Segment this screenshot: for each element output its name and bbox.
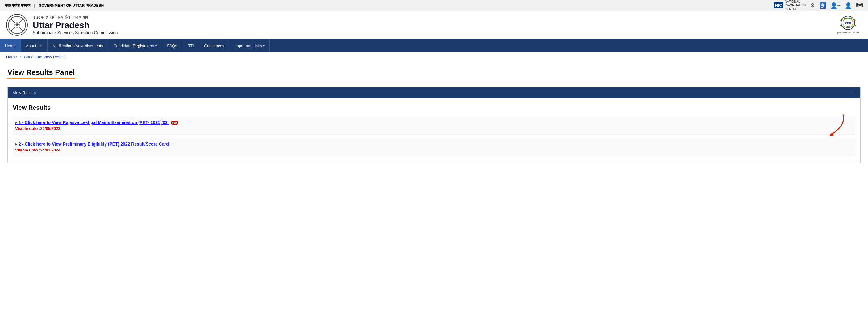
breadcrumb-current: Candidate View Results (24, 55, 67, 59)
dropdown-arrow: ▾ (155, 44, 157, 47)
nic-logo: NIC NATIONALINFORMATICSCENTRE (774, 0, 806, 11)
top-bar-left: उत्तर प्रदेश सरकार | GOVERNMENT OF UTTAR… (5, 3, 104, 8)
header: ☸ उत्तर प्रदेश अधीनस्थ सेवा चयन आयोग Utt… (0, 11, 868, 39)
result-item-1: 1 - Click here to View Rajasva Lekhpal M… (13, 116, 855, 135)
nav-bar: Home About Us Notifications/Advertisemen… (0, 39, 868, 52)
nic-text: NATIONALINFORMATICSCENTRE (785, 0, 806, 11)
nav-notifications[interactable]: Notifications/Advertisements (48, 39, 108, 52)
panel-header: View Results − (8, 87, 860, 98)
panel-body: View Results 1 - Click here to View Raja… (8, 98, 860, 163)
hindi-govt-text: उत्तर प्रदेश सरकार (5, 3, 30, 8)
page-title: View Results Panel (7, 68, 75, 79)
panel-header-label: View Results (13, 90, 36, 95)
result-item-2: 2 - Click here to View Preliminary Eligi… (13, 138, 855, 156)
svg-line-7 (11, 19, 15, 23)
svg-line-8 (19, 27, 23, 31)
top-bar-right: NIC NATIONALINFORMATICSCENTRE ⚙ ♿ 👤+ 👤 ह… (774, 0, 863, 11)
org-subtitle: Subordinate Services Selection Commissio… (33, 30, 118, 35)
result-link-1[interactable]: 1 - Click here to View Rajasva Lekhpal M… (15, 120, 169, 125)
nav-home[interactable]: Home (0, 39, 21, 52)
result-link-2[interactable]: 2 - Click here to View Preliminary Eligi… (15, 141, 169, 147)
english-govt-text: GOVERNMENT OF UTTAR PRADESH (39, 3, 104, 8)
panel-collapse-icon[interactable]: − (853, 90, 855, 95)
breadcrumb-separator: / (20, 55, 21, 59)
breadcrumb-home[interactable]: Home (6, 55, 17, 59)
top-bar: उत्तर प्रदेश सरकार | GOVERNMENT OF UTTAR… (0, 0, 868, 11)
view-results-title: View Results (13, 104, 855, 111)
accessibility-icon[interactable]: ♿ (819, 2, 826, 9)
swachh-bharat-logo: स्वच्छ भारत एक कदम स्वच्छता की ओर (834, 14, 862, 36)
svg-text:स्वच्छ: स्वच्छ (844, 21, 851, 25)
results-panel: View Results − View Results 1 - Click he… (7, 87, 861, 163)
org-hindi-title: उत्तर प्रदेश अधीनस्थ सेवा चयन आयोग (33, 15, 118, 20)
svg-text:एक कदम स्वच्छता की ओर: एक कदम स्वच्छता की ओर (837, 31, 860, 34)
nav-candidate-registration[interactable]: Candidate Registration ▾ (108, 39, 162, 52)
svg-text:☸: ☸ (15, 22, 19, 27)
nav-rti[interactable]: RTI (182, 39, 199, 52)
nic-box: NIC (774, 2, 783, 8)
hindi-language-button[interactable]: हिन्दी (856, 3, 863, 8)
org-text-block: उत्तर प्रदेश अधीनस्थ सेवा चयन आयोग Uttar… (33, 15, 118, 35)
header-left: ☸ उत्तर प्रदेश अधीनस्थ सेवा चयन आयोग Utt… (6, 14, 118, 36)
org-logo: ☸ (6, 14, 28, 36)
nav-faqs[interactable]: FAQs (162, 39, 182, 52)
visible-date-1: Visible upto :22/05/2023' (15, 126, 853, 131)
nav-about-us[interactable]: About Us (21, 39, 48, 52)
svg-text:भारत: भारत (846, 26, 850, 28)
visible-date-2: Visible upto :24/01/2024' (15, 148, 853, 152)
header-right: स्वच्छ भारत एक कदम स्वच्छता की ओर (834, 14, 862, 36)
user-icon[interactable]: 👤 (845, 2, 851, 9)
svg-line-10 (11, 27, 15, 31)
divider: | (34, 3, 35, 8)
nav-grievances[interactable]: Grievances (199, 39, 230, 52)
svg-line-9 (19, 19, 23, 23)
add-user-icon[interactable]: 👤+ (830, 2, 840, 9)
nav-important-links[interactable]: Important Links ▾ (229, 39, 270, 52)
org-name: Uttar Pradesh (33, 20, 118, 30)
main-content: View Results Panel View Results − View R… (0, 62, 868, 188)
bottom-spacer (7, 163, 861, 181)
settings-icon[interactable]: ⚙ (810, 2, 815, 9)
dropdown-arrow-2: ▾ (263, 44, 265, 47)
breadcrumb: Home / Candidate View Results (0, 52, 868, 62)
svg-marker-17 (829, 132, 834, 136)
new-badge-1: new (171, 121, 179, 125)
